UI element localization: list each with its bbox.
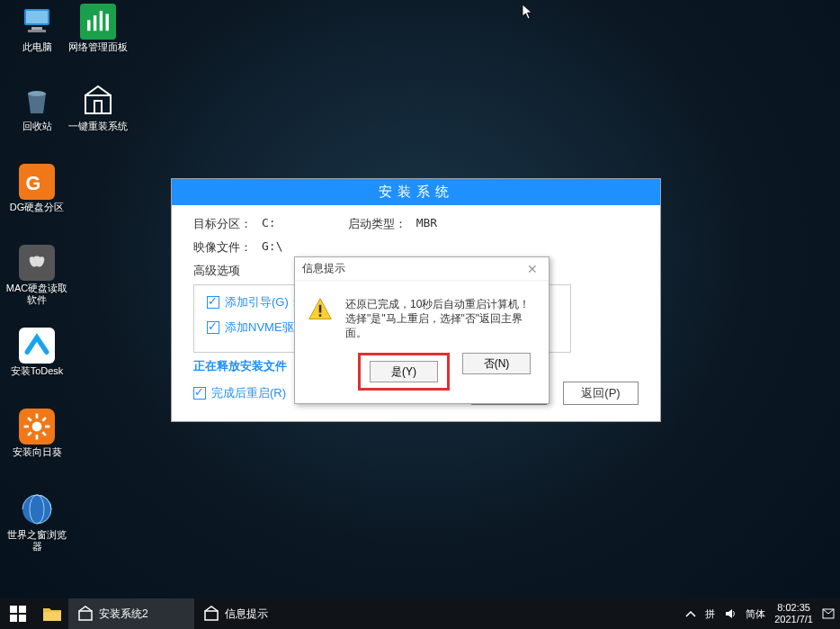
checkbox-icon — [207, 296, 219, 309]
dialog-message: 还原已完成，10秒后自动重启计算机！ 选择"是"马上重启，选择"否"返回主界面。 — [345, 297, 536, 340]
svg-rect-4 — [87, 20, 90, 31]
installer-title: 安装系统 — [172, 179, 660, 205]
apple-icon — [19, 245, 55, 281]
taskbar-task-label: 安装系统2 — [99, 607, 148, 622]
desktop-icon-dg-partition[interactable]: G DG硬盘分区 — [5, 164, 68, 213]
svg-text:G: G — [25, 172, 40, 194]
checkbox-label: 添加引导(G)： — [225, 294, 300, 310]
svg-rect-30 — [205, 611, 218, 620]
close-icon[interactable]: ✕ — [523, 262, 541, 276]
icon-label: 此电脑 — [5, 41, 68, 53]
ime-pinyin-indicator[interactable]: 拼 — [705, 607, 715, 621]
yes-button[interactable]: 是(Y) — [370, 361, 438, 382]
boot-type-label: 启动类型： — [348, 216, 416, 232]
icon-label: MAC硬盘读取软件 — [5, 283, 68, 306]
icon-label: 一键重装系统 — [67, 121, 130, 132]
globe-icon — [19, 491, 55, 527]
desktop-icon-one-click-reinstall[interactable]: 一键重装系统 — [67, 83, 130, 132]
svg-line-19 — [42, 418, 46, 421]
tray-notifications-icon[interactable] — [822, 607, 835, 620]
system-tray: 拼 简体 8:02:35 2021/7/1 — [685, 602, 840, 625]
cursor-icon — [522, 4, 534, 20]
checkbox-label: 完成后重启(R) — [211, 385, 286, 401]
tray-volume-icon[interactable] — [724, 607, 737, 620]
box-icon — [77, 606, 94, 622]
icon-label: 安装向日葵 — [5, 446, 68, 458]
icon-label: 安装ToDesk — [5, 365, 68, 377]
taskbar-task-installer[interactable]: 安装系统2 — [68, 598, 194, 629]
warning-icon — [308, 297, 333, 322]
tray-chevron-up-icon[interactable] — [685, 610, 696, 617]
svg-rect-3 — [28, 30, 46, 32]
no-button[interactable]: 否(N) — [462, 353, 531, 374]
desktop-icon-this-pc[interactable]: 此电脑 — [5, 4, 68, 53]
dialog-message-line2: 选择"是"马上重启，选择"否"返回主界面。 — [345, 311, 536, 340]
dialog-title: 信息提示 — [302, 261, 345, 276]
desktop-icon-install-sunflower[interactable]: 安装向日葵 — [5, 409, 68, 458]
svg-rect-29 — [79, 611, 92, 620]
desktop-icon-network-panel[interactable]: 网络管理面板 — [67, 4, 130, 53]
boot-type-value: MBR — [416, 216, 437, 232]
desktop-icon-recycle-bin[interactable]: 回收站 — [5, 83, 68, 132]
svg-rect-25 — [19, 606, 26, 613]
info-dialog: 信息提示 ✕ 还原已完成，10秒后自动重启计算机！ 选择"是"马上重启，选择"否… — [294, 256, 550, 404]
ime-simplified-indicator[interactable]: 简体 — [746, 607, 765, 621]
sunflower-icon — [19, 409, 55, 445]
checkbox-restart-after[interactable]: 完成后重启(R) — [193, 385, 286, 401]
svg-rect-26 — [10, 615, 17, 622]
svg-rect-6 — [100, 11, 103, 31]
start-button[interactable] — [0, 598, 36, 629]
desktop-icon-mac-hd-reader[interactable]: MAC硬盘读取软件 — [5, 245, 68, 306]
taskbar-file-explorer[interactable] — [36, 598, 68, 629]
svg-rect-23 — [319, 314, 322, 317]
svg-rect-24 — [10, 606, 17, 613]
svg-rect-22 — [319, 305, 322, 313]
icon-label: 回收站 — [5, 121, 68, 132]
clock-time: 8:02:35 — [774, 602, 813, 614]
desktop-icon-world-browser[interactable]: 世界之窗浏览器 — [5, 491, 68, 553]
target-partition-label: 目标分区： — [193, 216, 262, 232]
dg-icon: G — [19, 164, 55, 200]
checkbox-icon — [193, 387, 206, 400]
svg-line-20 — [28, 432, 31, 436]
svg-rect-1 — [26, 11, 48, 23]
folder-icon — [43, 607, 61, 621]
checkbox-icon — [207, 321, 219, 334]
trash-icon — [19, 83, 55, 119]
yes-button-highlight: 是(Y) — [358, 353, 450, 391]
svg-point-12 — [32, 422, 42, 432]
svg-rect-10 — [94, 101, 102, 113]
target-partition-value: C: — [262, 216, 276, 232]
icon-label: 网络管理面板 — [67, 41, 130, 53]
svg-rect-5 — [94, 15, 96, 31]
icon-label: 世界之窗浏览器 — [5, 529, 68, 553]
svg-rect-9 — [85, 95, 111, 113]
svg-rect-28 — [43, 612, 61, 621]
svg-rect-7 — [106, 14, 109, 31]
desktop-icon-install-todesk[interactable]: 安装ToDesk — [5, 328, 68, 377]
taskbar: 安装系统2 信息提示 拼 简体 8:02:35 2021/7/1 — [0, 598, 840, 629]
svg-rect-2 — [31, 27, 42, 30]
taskbar-clock[interactable]: 8:02:35 2021/7/1 — [774, 602, 813, 625]
image-file-value: G:\ — [262, 239, 282, 256]
svg-line-17 — [28, 418, 31, 421]
svg-rect-27 — [19, 615, 26, 622]
dialog-message-line1: 还原已完成，10秒后自动重启计算机！ — [345, 297, 536, 311]
svg-line-18 — [42, 432, 46, 436]
taskbar-task-label: 信息提示 — [225, 607, 268, 622]
windows-logo-icon — [10, 606, 26, 622]
svg-point-8 — [28, 91, 46, 96]
box-icon — [203, 606, 219, 622]
dialog-titlebar[interactable]: 信息提示 ✕ — [295, 257, 549, 281]
todesk-icon — [19, 328, 55, 364]
box-icon — [80, 83, 116, 119]
network-panel-icon — [80, 4, 116, 40]
monitor-icon — [19, 4, 55, 40]
icon-label: DG硬盘分区 — [5, 202, 68, 213]
taskbar-task-info-dialog[interactable]: 信息提示 — [194, 598, 320, 629]
checkbox-label: 添加NVME驱 — [225, 319, 294, 336]
back-button[interactable]: 返回(P) — [563, 382, 639, 405]
image-file-label: 映像文件： — [193, 239, 262, 256]
clock-date: 2021/7/1 — [774, 614, 813, 625]
